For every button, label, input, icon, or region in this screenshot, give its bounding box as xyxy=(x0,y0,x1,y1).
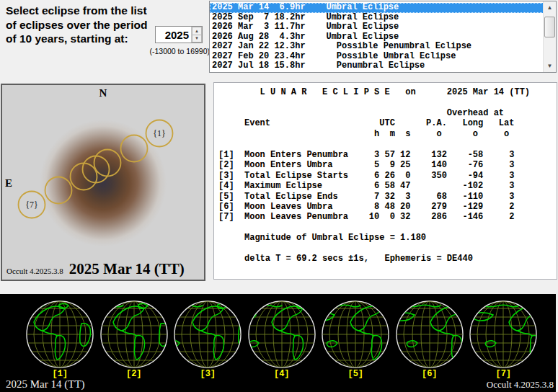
continent-path xyxy=(172,313,177,321)
earth-globe xyxy=(467,298,539,370)
details-line: [1] Moon Enters Penumbra 3 57 12 132 -58… xyxy=(218,150,557,160)
globe-label: [1] xyxy=(52,370,68,378)
list-scrollbar[interactable]: ▲ ▼ xyxy=(543,1,556,72)
up-arrow-icon: ▲ xyxy=(195,29,199,33)
scroll-up-button[interactable]: ▲ xyxy=(544,1,556,13)
eclipse-details-panel: L U N A R E C L I P S E on 2025 Mar 14 (… xyxy=(213,82,557,280)
globe-label: [6] xyxy=(422,370,438,378)
details-line: Event UTC P.A. Long Lat xyxy=(218,118,557,128)
eclipse-list-item[interactable]: 2026 Mar 3 11.7hr Umbral Eclipse xyxy=(210,22,544,32)
down-arrow-icon: ▼ xyxy=(195,36,199,40)
details-line: Overhead at xyxy=(218,108,557,118)
spinner-buttons: ▲ ▼ xyxy=(191,27,202,43)
globe-frame: [2] xyxy=(97,294,172,378)
continent-path xyxy=(534,303,539,308)
diagram-caption: Occult 4.2025.3.8 2025 Mar 14 (TT) xyxy=(6,260,185,278)
globe-content xyxy=(394,301,466,368)
instruction-line: Select eclipse from the list xyxy=(6,4,147,18)
start-year-value[interactable]: 2025 xyxy=(156,27,191,43)
instruction-text: Select eclipse from the list of eclipses… xyxy=(6,4,147,46)
eclipse-list-item[interactable]: 2027 Jul 18 15.8hr Penumbral Eclipse xyxy=(210,61,544,71)
year-decrement-button[interactable]: ▼ xyxy=(192,35,202,43)
earth-globe xyxy=(246,298,318,370)
start-year-spinner[interactable]: 2025 ▲ ▼ xyxy=(155,26,203,43)
scrollbar-thumb[interactable] xyxy=(544,17,555,37)
globe-content xyxy=(98,301,170,368)
scroll-up-icon: ▲ xyxy=(547,4,553,11)
instruction-line: of eclipses over the period xyxy=(6,18,147,32)
earth-globe xyxy=(24,298,96,370)
details-line: L U N A R E C L I P S E on 2025 Mar 14 (… xyxy=(218,87,557,97)
globe-frame: [1] xyxy=(23,294,97,378)
eclipse-details-text: L U N A R E C L I P S E on 2025 Mar 14 (… xyxy=(214,83,557,264)
east-direction-label: E xyxy=(5,177,12,190)
details-line: h m s o o o xyxy=(218,129,557,139)
details-line: delta T = 69.2 secs ±1s, Ephemeris = DE4… xyxy=(218,254,557,264)
globe-frame: [7] xyxy=(466,294,541,378)
continent-path xyxy=(98,341,100,347)
shadow-diagram: {1}{7} xyxy=(2,85,204,280)
moon-position-label: {7} xyxy=(25,200,38,210)
globe-content xyxy=(467,301,539,368)
instruction-line: of 10 years, starting at: xyxy=(6,32,147,46)
scroll-down-button[interactable]: ▼ xyxy=(544,60,556,71)
eclipse-list-item[interactable]: 2026 Aug 28 4.3hr Umbral Eclipse xyxy=(210,32,544,43)
earth-globe xyxy=(394,298,466,370)
details-line xyxy=(218,244,557,254)
globe-label: [7] xyxy=(495,370,511,378)
details-line xyxy=(218,223,557,233)
details-line: [4] Maximum Eclipse 6 58 47 -102 3 xyxy=(218,181,557,191)
occult-lunar-eclipse-window: Select eclipse from the list of eclipses… xyxy=(0,0,558,392)
globe-strip-row: [1][2][3][4][5][6][7] xyxy=(23,294,541,378)
eclipse-list-item[interactable]: 2027 Feb 20 23.4hr Possible Umbral Eclip… xyxy=(210,52,544,62)
earth-globe xyxy=(319,298,391,370)
details-line: [6] Moon Leaves Umbra 8 48 20 279 -129 2 xyxy=(218,202,557,212)
strip-credit: Occult 4.2025.3.8 xyxy=(487,379,554,391)
globe-frame: [3] xyxy=(171,294,245,378)
globe-content xyxy=(246,301,318,368)
year-increment-button[interactable]: ▲ xyxy=(192,27,202,35)
globe-strip: [1][2][3][4][5][6][7] 2025 Mar 14 (TT) O… xyxy=(0,294,556,392)
eclipse-list-item[interactable]: 2027 Jan 22 12.3hr Possible Penumbral Ec… xyxy=(210,42,544,52)
eclipse-listbox[interactable]: 2025 Mar 14 6.9hr Umbral Eclipse2025 Sep… xyxy=(209,1,557,73)
strip-date-label: 2025 Mar 14 (TT) xyxy=(6,378,85,391)
details-line: [7] Moon Leaves Penumbra 10 0 32 286 -14… xyxy=(218,212,557,222)
continent-path xyxy=(376,303,385,308)
globe-frame: [4] xyxy=(245,294,319,378)
details-line: [5] Total Eclipse Ends 7 32 3 68 -110 3 xyxy=(218,192,557,202)
earth-globe xyxy=(172,298,244,370)
globe-frame: [6] xyxy=(393,294,467,378)
globe-label: [4] xyxy=(274,370,290,378)
globe-frame: [5] xyxy=(319,294,393,378)
details-line xyxy=(218,139,557,149)
continent-path xyxy=(456,303,465,308)
shadow-diagram-panel: {1}{7} N E Occult 4.2025.3.8 2025 Mar 14… xyxy=(1,84,205,281)
details-line: Magnitude of Umbral Eclipse = 1.180 xyxy=(218,233,557,243)
details-line xyxy=(218,97,557,107)
globe-content xyxy=(319,301,391,368)
details-line: [2] Moon Enters Umbra 5 9 25 140 -76 3 xyxy=(218,160,557,170)
globe-label: [2] xyxy=(126,370,142,378)
globe-content xyxy=(172,301,244,368)
earth-globe xyxy=(98,298,170,370)
scroll-down-icon: ▼ xyxy=(547,63,553,69)
globe-label: [3] xyxy=(200,370,216,378)
diagram-credit: Occult 4.2025.3.8 xyxy=(6,267,63,275)
diagram-date-title: 2025 Mar 14 (TT) xyxy=(69,260,185,278)
details-line: [3] Total Eclipse Starts 6 26 0 350 -94 … xyxy=(218,171,557,181)
eclipse-list-rows: 2025 Mar 14 6.9hr Umbral Eclipse2025 Sep… xyxy=(210,1,544,72)
eclipse-list-item[interactable]: 2025 Mar 14 6.9hr Umbral Eclipse xyxy=(210,3,544,13)
year-range-hint: (-13000 to 16990) xyxy=(115,47,210,55)
globe-label: [5] xyxy=(347,370,363,378)
north-direction-label: N xyxy=(2,87,204,99)
moon-position-label: {1} xyxy=(153,128,166,138)
eclipse-list-item[interactable]: 2025 Sep 7 18.2hr Umbral Eclipse xyxy=(210,13,544,23)
